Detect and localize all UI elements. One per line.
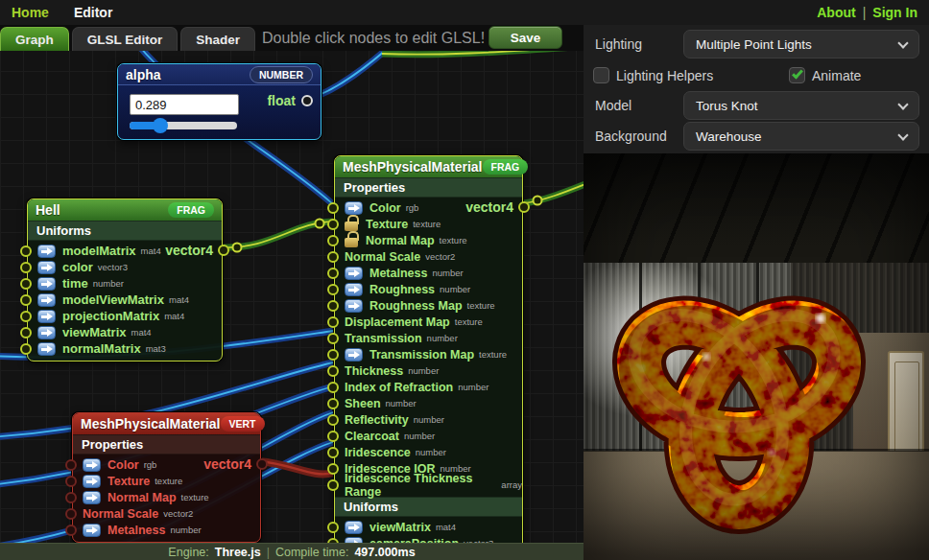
- node-alpha[interactable]: alpha NUMBER float: [117, 63, 322, 140]
- background-select[interactable]: Warehouse: [683, 122, 919, 151]
- bake-lock-icon[interactable]: [345, 348, 363, 362]
- input-port[interactable]: [65, 508, 77, 520]
- bake-arrow-icon[interactable]: [83, 491, 101, 504]
- input-port[interactable]: [327, 268, 339, 279]
- wire-red-vert-to-frag[interactable]: [259, 461, 333, 474]
- bake-lock-icon[interactable]: [345, 283, 363, 296]
- animate-checkbox[interactable]: [789, 67, 805, 83]
- node-alpha-header[interactable]: alpha NUMBER: [118, 64, 321, 85]
- input-port[interactable]: [327, 447, 339, 458]
- lighting-select[interactable]: Multiple Point Lights: [683, 30, 919, 58]
- wire-green-frag-out[interactable]: [523, 182, 584, 205]
- node-vert-material[interactable]: MeshPhysicalMaterial VERT Properties Col…: [72, 412, 261, 543]
- input-port[interactable]: [327, 414, 339, 426]
- bake-arrow-icon[interactable]: [83, 475, 101, 488]
- input-port[interactable]: [65, 492, 77, 503]
- node-hell-header[interactable]: Hell FRAG: [28, 199, 222, 221]
- node-row: Normal Map texture: [335, 232, 522, 248]
- input-port[interactable]: [327, 398, 339, 409]
- lighting-helpers-checkbox[interactable]: [593, 67, 609, 83]
- bake-lock-icon[interactable]: [345, 299, 363, 313]
- row-type: number: [404, 431, 435, 441]
- input-port[interactable]: [327, 284, 339, 295]
- input-port[interactable]: [327, 316, 339, 328]
- model-select[interactable]: Torus Knot: [683, 91, 919, 120]
- input-port[interactable]: [65, 476, 77, 487]
- editor-link[interactable]: Editor: [74, 5, 112, 20]
- bake-lock-icon[interactable]: [345, 267, 363, 280]
- node-title: MeshPhysicalMaterial: [81, 416, 221, 432]
- alpha-slider[interactable]: [130, 122, 237, 129]
- row-type: texture: [181, 492, 209, 502]
- row-type: vector3: [98, 262, 128, 272]
- input-port[interactable]: [20, 262, 32, 273]
- input-port[interactable]: [327, 463, 339, 475]
- node-hell[interactable]: Hell FRAG Uniforms modelMatrix mat4: [27, 198, 223, 362]
- bake-arrow-icon[interactable]: [37, 326, 56, 339]
- input-port[interactable]: [327, 349, 339, 361]
- node-title: MeshPhysicalMaterial: [343, 159, 483, 175]
- output-port[interactable]: [256, 458, 268, 470]
- input-port[interactable]: [20, 245, 32, 257]
- input-port[interactable]: [20, 327, 32, 338]
- output-port[interactable]: [518, 201, 530, 213]
- input-port[interactable]: [327, 365, 339, 377]
- node-output: vector4: [465, 199, 530, 215]
- bake-lock-icon[interactable]: [345, 234, 359, 247]
- input-port[interactable]: [327, 202, 339, 214]
- signin-link[interactable]: Sign In: [872, 5, 917, 20]
- row-label: Transmission: [345, 332, 422, 345]
- alpha-value-input[interactable]: [130, 94, 239, 115]
- node-row: Roughness Map texture: [335, 297, 522, 314]
- save-button[interactable]: Save: [488, 26, 562, 49]
- row-type: texture: [440, 235, 467, 245]
- bake-arrow-icon[interactable]: [37, 293, 56, 307]
- tab-glsl-editor[interactable]: GLSL Editor: [72, 27, 179, 51]
- input-port[interactable]: [327, 522, 339, 533]
- wire-green-hell-to-frag[interactable]: [223, 220, 333, 252]
- input-port[interactable]: [65, 459, 77, 471]
- bake-arrow-icon[interactable]: [345, 521, 363, 534]
- input-port[interactable]: [327, 251, 339, 263]
- node-row: Normal Scale vector2: [335, 248, 522, 265]
- node-row: Index of Refraction number: [335, 379, 522, 395]
- lighting-helpers-label: Lighting Helpers: [616, 68, 713, 83]
- bake-arrow-icon[interactable]: [37, 261, 56, 274]
- input-port[interactable]: [20, 294, 32, 306]
- input-port[interactable]: [327, 382, 339, 393]
- input-port[interactable]: [327, 300, 339, 312]
- bake-lock-icon[interactable]: [345, 218, 359, 231]
- node-title: Hell: [36, 202, 168, 218]
- node-graph-canvas[interactable]: Graph GLSL Editor Shader Double click no…: [0, 25, 584, 560]
- node-vert-header[interactable]: MeshPhysicalMaterial VERT: [73, 413, 260, 434]
- bake-lock-icon[interactable]: [345, 201, 363, 215]
- bake-arrow-icon[interactable]: [83, 524, 101, 537]
- bake-arrow-icon[interactable]: [37, 310, 56, 323]
- output-port[interactable]: [301, 95, 313, 106]
- row-type: number: [458, 382, 488, 392]
- input-port[interactable]: [20, 343, 32, 355]
- input-port[interactable]: [20, 311, 32, 322]
- input-port[interactable]: [327, 333, 339, 344]
- about-link[interactable]: About: [817, 5, 855, 20]
- output-port[interactable]: [218, 245, 229, 256]
- row-type: number: [93, 278, 124, 289]
- input-port[interactable]: [327, 219, 339, 230]
- input-port[interactable]: [327, 431, 339, 442]
- home-link[interactable]: Home: [12, 5, 49, 20]
- input-port[interactable]: [327, 479, 339, 491]
- bake-arrow-icon[interactable]: [37, 342, 56, 356]
- slider-thumb[interactable]: [153, 118, 168, 133]
- node-row: viewMatrix mat4: [28, 324, 222, 340]
- input-port[interactable]: [20, 278, 32, 290]
- bake-arrow-icon[interactable]: [83, 458, 101, 472]
- 3d-viewport[interactable]: [584, 153, 929, 560]
- input-port[interactable]: [65, 525, 77, 536]
- tab-shader[interactable]: Shader: [180, 27, 255, 51]
- bake-arrow-icon[interactable]: [37, 245, 56, 258]
- node-frag-header[interactable]: MeshPhysicalMaterial FRAG: [335, 156, 522, 177]
- node-frag-material[interactable]: MeshPhysicalMaterial FRAG Properties Col…: [334, 155, 523, 556]
- tab-graph[interactable]: Graph: [0, 27, 69, 51]
- bake-arrow-icon[interactable]: [37, 277, 56, 291]
- input-port[interactable]: [327, 235, 339, 246]
